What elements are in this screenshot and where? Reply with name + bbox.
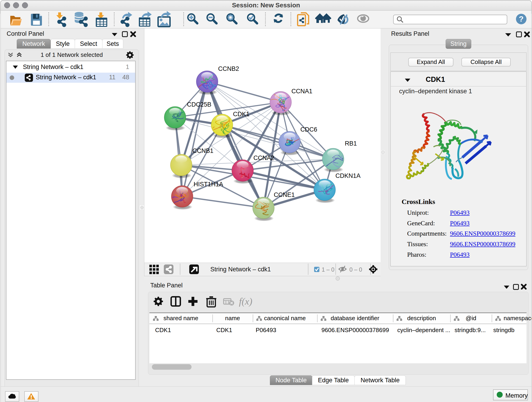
svg-text:String Network – cdk1: String Network – cdk1 <box>210 266 271 273</box>
svg-text:CCNA1: CCNA1 <box>291 88 312 95</box>
svg-text:RB1: RB1 <box>345 140 357 147</box>
svg-text:0 – 0: 0 – 0 <box>349 266 362 273</box>
svg-text:CCNB2: CCNB2 <box>218 65 239 72</box>
svg-text:CDC6: CDC6 <box>300 126 317 133</box>
svg-text:HIST1H1A: HIST1H1A <box>194 181 223 188</box>
svg-text:CCNB1: CCNB1 <box>192 147 214 154</box>
svg-text:1 – 0: 1 – 0 <box>322 266 335 273</box>
svg-text:CDKN1A: CDKN1A <box>336 172 361 179</box>
svg-text:CDC25B: CDC25B <box>187 101 211 108</box>
svg-text:CDK1: CDK1 <box>233 111 249 118</box>
svg-text:f(x): f(x) <box>239 296 252 307</box>
svg-text:?: ? <box>519 14 524 23</box>
svg-text:CCNA2: CCNA2 <box>253 154 274 161</box>
svg-text:CCNE1: CCNE1 <box>274 191 295 198</box>
